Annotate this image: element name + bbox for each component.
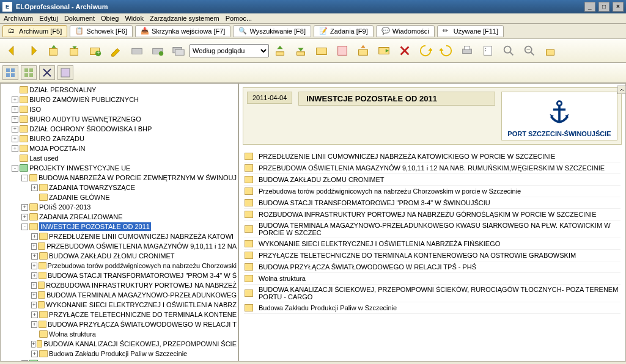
list-item[interactable]: Budowa Zakładu Produkcji Paliw w Szczeci… — [244, 302, 620, 314]
new-folder-button[interactable]: + — [86, 42, 105, 60]
tab-schowek[interactable]: 📋Schowek [F6] — [70, 25, 133, 37]
folder-icon-button[interactable] — [312, 42, 331, 60]
tree-item-label[interactable]: PRZYŁĄCZE TELETECHNICZNE DO TERMINALA KO… — [49, 310, 237, 319]
expand-icon[interactable]: + — [21, 214, 28, 220]
tree-item[interactable]: +PRZEBUDOWA OŚWIETLENIA MAGAZYNÓW 9,10,1… — [2, 241, 237, 251]
tree-item[interactable]: +HARMONOGRAMY — [2, 359, 237, 362]
tab-używane[interactable]: ✏Używane [F11] — [437, 25, 504, 37]
tree-item-label[interactable]: MOJA POCZTA-IN — [29, 144, 85, 153]
list-item[interactable]: WYKONANIE SIECI ELEKTRYCZNEJ I OŚWIETLEN… — [244, 238, 620, 250]
tree-item-label[interactable]: PRZEBUDOWA OŚWIETLENIA MAGAZYNÓW 9,10,11… — [46, 242, 237, 250]
tree-item[interactable]: +DZIAŁ OCHRONY ŚRODOWISKA I BHP — [2, 124, 237, 134]
list-item[interactable]: BUDOWA STACJI TRANSFORMATOROWEJ "PROM 3-… — [244, 197, 620, 209]
menu-edytuj[interactable]: Edytuj — [39, 15, 58, 22]
delete-button[interactable] — [333, 42, 352, 60]
share-button[interactable] — [353, 42, 373, 60]
tree-item[interactable]: +Przebudowa torów poddźwignicowych na na… — [2, 261, 237, 271]
tree-item[interactable]: +PRZYŁĄCZE TELETECHNICZNE DO TERMINALA K… — [2, 310, 237, 319]
expand-icon[interactable]: + — [12, 145, 18, 152]
tree-item-label[interactable]: BIURO AUDYTU WEWNĘTRZNEGO — [29, 115, 141, 123]
expand-icon[interactable]: + — [31, 292, 37, 299]
thumbnail-large-button[interactable] — [21, 65, 37, 80]
image-view-button[interactable] — [57, 65, 73, 80]
download-button[interactable] — [291, 42, 311, 60]
list-item[interactable]: PRZYŁĄCZE TELETECHNICZNE DO TERMINALA KO… — [244, 250, 620, 261]
tree-item[interactable]: ZADANIE GŁÓWNE — [2, 192, 237, 202]
tree-item-label[interactable]: BUDOWA ZAKŁADU ZŁOMU CRONIMET — [49, 252, 175, 260]
scan-button[interactable] — [127, 42, 147, 60]
list-item[interactable]: PRZEDŁUŻENIE LINII CUMOWNICZEJ NABRZEŻA … — [244, 151, 620, 162]
tree-item-label[interactable]: DZIAŁ PERSONALNY — [29, 86, 96, 94]
collapse-icon[interactable]: - — [21, 224, 28, 230]
tree-item-label[interactable]: HARMONOGRAMY — [39, 359, 99, 362]
menu-archiwum[interactable]: Archiwum — [4, 15, 33, 22]
expand-icon[interactable]: + — [12, 106, 18, 113]
upload-button[interactable] — [270, 42, 290, 60]
refresh-button[interactable] — [416, 42, 435, 60]
tree-item-label[interactable]: Wolna struktura — [49, 330, 96, 338]
expand-icon[interactable]: + — [12, 126, 18, 133]
cancel-button[interactable] — [395, 42, 414, 60]
tree-item-label[interactable]: Budowa Zakładu Produkcji Paliw w Szczeci… — [49, 349, 187, 358]
menu-widok[interactable]: Widok — [125, 15, 144, 22]
tree-item-label[interactable]: ZADANIA ZREALIZOWANE — [39, 213, 123, 221]
list-item[interactable]: BUDOWA TERMINALA MAGAZYNOWO-PRZEŁADUNKOW… — [244, 220, 620, 238]
thumbnail-small-button[interactable] — [2, 65, 18, 80]
tree-item-label[interactable]: BUDOWA NABRZEŻA W PORCIE ZEWNĘTRZNYM W Ś… — [39, 173, 237, 182]
list-item[interactable]: BUDOWA KANALIZACJI ŚCIEKOWEJ, PRZEPOMPOW… — [244, 285, 620, 302]
menu-pomoc-[interactable]: Pomoc... — [226, 15, 252, 22]
zoom-button[interactable] — [520, 42, 539, 60]
expand-icon[interactable]: + — [21, 360, 28, 362]
document-list[interactable]: PRZEDŁUŻENIE LINII CUMOWNICZEJ NABRZEŻA … — [239, 148, 625, 316]
expand-icon[interactable]: + — [31, 184, 38, 191]
expand-icon[interactable]: + — [12, 136, 18, 142]
scan-save-button[interactable] — [148, 42, 168, 60]
tree-item-label[interactable]: ZADANIE GŁÓWNE — [49, 193, 110, 202]
tree-item[interactable]: +BUDOWA TERMINALA MAGAZYNOWO-PRZEŁADUNKO… — [2, 290, 237, 300]
tab-archiwum[interactable]: 🗂Archiwum [F5] — [2, 25, 67, 37]
tree-item[interactable]: +BUDOWA KANALIZACJI ŚCIEKOWEJ, PRZEPOMPO… — [2, 339, 237, 349]
maximize-button[interactable]: □ — [598, 2, 609, 12]
import-button[interactable] — [65, 42, 84, 60]
list-item[interactable]: BUDOWA PRZYŁĄCZA ŚWIATŁOWODOWEGO W RELAC… — [244, 261, 620, 273]
tree-item-label[interactable]: WYKONANIE SIECI ELEKTRYCZNEJ I OŚWIETLEN… — [46, 300, 237, 309]
forward-button[interactable] — [23, 42, 43, 60]
expand-icon[interactable]: + — [31, 272, 37, 279]
tree-item[interactable]: +BUDOWA STACJI TRANSFORMATOROWEJ "PROM 3… — [2, 271, 237, 280]
tree-item[interactable]: +ISO — [2, 104, 237, 114]
tree-item[interactable]: +BIURO ZAMÓWIEŃ PUBLICZNYCH — [2, 95, 237, 104]
expand-icon[interactable]: + — [31, 243, 37, 250]
send-button[interactable] — [374, 42, 394, 60]
list-item[interactable]: PRZEBUDOWA OŚWIETLENIA MAGAZYNÓW 9,10,11… — [244, 162, 620, 174]
tree-item-label[interactable]: BIURO ZAMÓWIEŃ PUBLICZNYCH — [29, 95, 139, 104]
expand-icon[interactable]: + — [31, 321, 37, 328]
tree-item[interactable]: -BUDOWA NABRZEŻA W PORCIE ZEWNĘTRZNYM W … — [2, 173, 237, 183]
tree-item-label[interactable]: PROJEKTY INWESTYCYJNE UE — [29, 164, 130, 172]
expand-icon[interactable]: + — [31, 253, 38, 260]
tree-item[interactable]: -INWESTCJE POZOSTAŁE OD 2011 — [2, 222, 237, 231]
tree-item[interactable]: +MOJA POCZTA-IN — [2, 144, 237, 153]
edit-button[interactable] — [106, 42, 126, 60]
collapse-icon[interactable]: - — [12, 165, 18, 172]
tree-item[interactable]: +ZADANIA ZREALIZOWANE — [2, 212, 237, 222]
back-button[interactable] — [2, 42, 22, 60]
list-item[interactable]: BUDOWA ZAKŁADU ZŁOMU CRONIMET — [244, 174, 620, 186]
tree-item[interactable]: Wolna struktura — [2, 329, 237, 339]
menu-obieg[interactable]: Obieg — [101, 15, 119, 22]
expand-icon[interactable]: + — [12, 116, 18, 123]
expand-icon[interactable]: + — [31, 341, 35, 348]
tree-item[interactable]: +ROZBUDOWA INFRASTRUKTURY PORTOWEJ NA NA… — [2, 280, 237, 290]
expand-icon[interactable]: + — [31, 311, 38, 318]
tree-item[interactable]: Last used — [2, 153, 237, 163]
expand-icon[interactable]: + — [31, 302, 37, 308]
tree-pane[interactable]: DZIAŁ PERSONALNY+BIURO ZAMÓWIEŃ PUBLICZN… — [0, 83, 238, 362]
tree-item[interactable]: +ZADANIA TOWARZYSZĄCE — [2, 183, 237, 192]
tree-item[interactable]: +Budowa Zakładu Produkcji Paliw w Szczec… — [2, 349, 237, 359]
tree-item-label[interactable]: BUDOWA KANALIZACJI ŚCIEKOWEJ, PRZEPOMPOW… — [43, 340, 237, 348]
expand-icon[interactable]: + — [12, 96, 18, 103]
close-view-button[interactable] — [39, 65, 55, 80]
export-button[interactable] — [44, 42, 64, 60]
collapse-icon[interactable]: - — [21, 175, 28, 181]
print-button[interactable] — [457, 42, 477, 60]
expand-icon[interactable]: + — [31, 351, 38, 357]
